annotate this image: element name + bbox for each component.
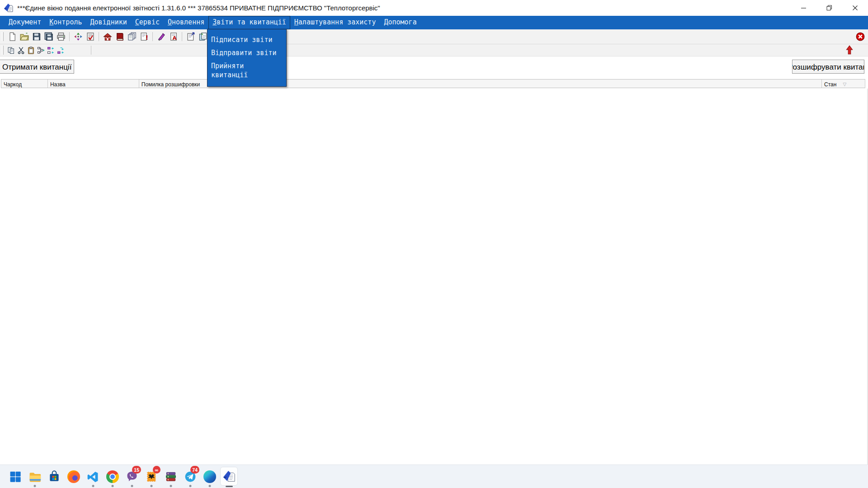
running-indicator — [208, 485, 211, 487]
telegram-badge: 74 — [190, 466, 199, 474]
column-header-barcode[interactable]: Чаркод — [1, 80, 48, 88]
taskbar-winrar[interactable] — [161, 465, 180, 488]
menu-directories[interactable]: Довідники — [86, 16, 131, 29]
reports-receipts-dropdown: Підписати звіти Відправити звіти Прийнят… — [207, 29, 287, 87]
taskbar-viber[interactable]: 15 — [122, 465, 142, 488]
running-indicator — [150, 485, 152, 487]
move-up-button[interactable] — [845, 45, 854, 55]
paste-clipboard-icon — [27, 47, 35, 54]
reporting-app-icon — [222, 470, 236, 483]
running-indicator — [33, 485, 36, 487]
document-error-button[interactable]: A — [167, 31, 179, 43]
insert-block-right-button[interactable] — [56, 45, 66, 55]
running-indicator — [170, 485, 172, 487]
restore-button[interactable] — [816, 0, 842, 16]
print-button[interactable] — [55, 31, 67, 43]
copy-pages-button[interactable] — [126, 31, 138, 43]
copy-icon — [7, 47, 15, 54]
save-button[interactable] — [30, 31, 42, 43]
minimize-button[interactable] — [791, 0, 816, 16]
arrow-up-red-icon — [845, 45, 854, 55]
structure-move-button[interactable] — [36, 45, 46, 55]
home-button[interactable] — [101, 31, 113, 43]
app-icon — [4, 3, 14, 13]
taskbar-edge[interactable] — [200, 465, 219, 488]
document-error-icon: A — [169, 32, 178, 41]
running-indicator — [189, 485, 191, 487]
file-explorer-icon — [28, 470, 41, 483]
grid-body-empty — [0, 89, 868, 465]
taskbar-reporting-app[interactable] — [219, 465, 239, 488]
close-button[interactable] — [842, 0, 868, 16]
main-toolbar: ! A — [0, 29, 868, 44]
start-button[interactable] — [5, 465, 25, 488]
save-all-button[interactable] — [42, 31, 55, 43]
menu-bar: Документ Контроль Довідники Сервіс Оновл… — [0, 16, 868, 29]
viber-badge: 15 — [132, 466, 141, 474]
copy-button[interactable] — [6, 45, 16, 55]
home-icon — [103, 32, 112, 41]
insert-block-left-icon — [47, 47, 55, 54]
receive-receipts-button[interactable]: Отримати квитанції — [0, 60, 74, 74]
menu-security-settings[interactable]: Налаштування захисту — [290, 16, 380, 29]
menu-updates[interactable]: Оновлення — [164, 16, 208, 29]
menu-help[interactable]: Допомога — [380, 16, 420, 29]
paste-button[interactable] — [26, 45, 36, 55]
column-header-state[interactable]: Стан ▽ — [822, 80, 865, 88]
new-document-button[interactable] — [6, 31, 18, 43]
taskbar-chrome[interactable] — [103, 465, 122, 488]
taskbar-file-explorer[interactable] — [25, 465, 44, 488]
sort-descending-icon: ▽ — [843, 82, 846, 87]
check-report-icon — [86, 32, 95, 41]
sign-button[interactable] — [155, 31, 167, 43]
column-label: Чаркод — [4, 81, 22, 88]
reference-book-button[interactable] — [113, 31, 126, 43]
menu-item-receive-receipts[interactable]: Прийняти квитанції — [208, 60, 286, 81]
toolbar-separator — [69, 32, 70, 41]
column-header-name[interactable]: Назва — [48, 80, 139, 88]
print-icon — [57, 32, 66, 41]
column-label: Помилка розшифровки — [142, 81, 200, 88]
menu-document[interactable]: Документ — [5, 16, 45, 29]
cut-button[interactable] — [16, 45, 26, 55]
column-label: Стан — [824, 81, 836, 88]
title-bar: ***Єдине вікно подання електронної звітн… — [0, 0, 868, 16]
close-icon — [852, 5, 858, 11]
document-alert-button[interactable]: ! — [138, 31, 150, 43]
toolbar-gripper[interactable] — [2, 46, 4, 55]
save-all-icon — [44, 32, 53, 41]
documents-pair-icon — [198, 32, 208, 41]
open-button[interactable] — [18, 31, 30, 43]
toolbar-close-button[interactable] — [856, 32, 865, 41]
edge-icon — [203, 470, 216, 483]
active-indicator — [226, 486, 233, 487]
chrome-icon — [106, 470, 119, 483]
taskbar-firefox[interactable] — [64, 465, 83, 488]
open-folder-icon — [20, 32, 29, 41]
close-red-circle-icon — [856, 32, 865, 41]
svg-text:!: ! — [145, 34, 148, 41]
decrypt-receipts-button[interactable]: Розшифрувати квитанції — [792, 60, 864, 74]
menu-service[interactable]: Сервіс — [131, 16, 164, 29]
check-report-button[interactable] — [84, 31, 96, 43]
menu-item-send-reports[interactable]: Відправити звіти — [208, 47, 286, 59]
exchange-button[interactable] — [72, 31, 84, 43]
book-icon — [115, 32, 124, 41]
taskbar-microsoft-store[interactable] — [44, 465, 64, 488]
running-indicator — [131, 485, 133, 487]
running-indicator — [92, 485, 94, 487]
toolbar-gripper[interactable] — [2, 32, 4, 41]
receive-receipts-label: Отримати квитанції — [2, 63, 71, 72]
minimize-icon — [801, 5, 807, 11]
taskbar-telegram[interactable]: 74 — [180, 465, 200, 488]
running-indicator — [111, 485, 113, 487]
sign-pen-icon — [157, 32, 166, 41]
menu-control[interactable]: Контроль — [45, 16, 86, 29]
taskbar-vscode[interactable] — [83, 465, 103, 488]
taskbar-the-bat[interactable]: ∞ — [142, 465, 161, 488]
insert-block-left-button[interactable] — [46, 45, 56, 55]
vscode-icon — [87, 471, 99, 483]
properties-button[interactable] — [184, 31, 197, 43]
menu-reports-receipts[interactable]: Звіти та квитанції — [208, 16, 290, 29]
menu-item-sign-reports[interactable]: Підписати звіти — [208, 34, 286, 46]
